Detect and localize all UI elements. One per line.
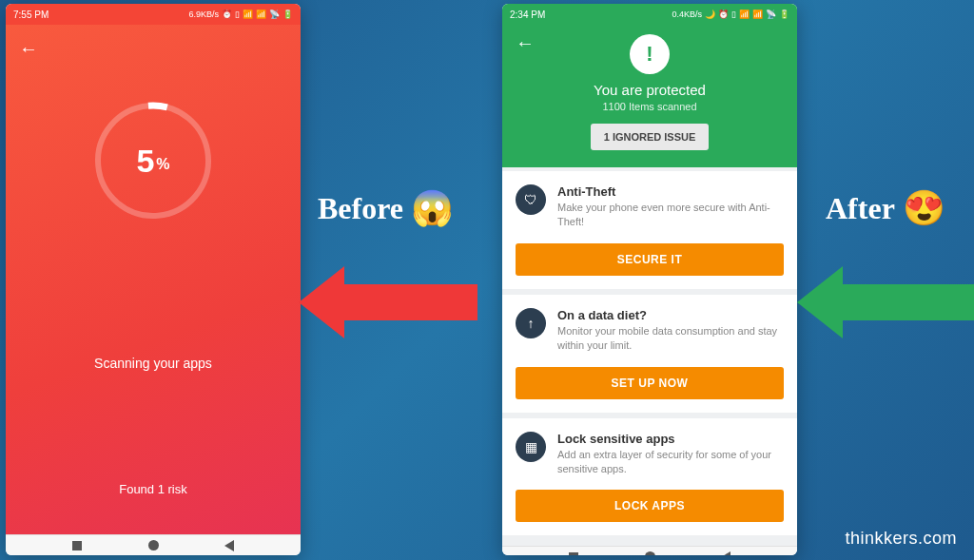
secure-it-button[interactable]: SECURE IT (516, 243, 784, 276)
netspeed: 0.4KB/s (672, 10, 702, 19)
watermark: thinkkers.com (845, 529, 957, 549)
home-button[interactable] (148, 540, 159, 550)
signal-icon: 📶 (739, 10, 750, 19)
battery-icon: 🔋 (779, 10, 789, 19)
anti-theft-card: 🛡 Anti-Theft Make your phone even more s… (502, 171, 797, 289)
android-nav-bar (502, 546, 797, 555)
android-nav-bar (6, 534, 301, 555)
status-icons: 6.9KB/s ⏰ ▯ 📶 📶 📡 🔋 (188, 10, 293, 19)
phone-after-screenshot: 2:34 PM 0.4KB/s 🌙 ⏰ ▯ 📶 📶 📡 🔋 ← ! You ar… (502, 4, 797, 555)
risk-found-label: Found 1 risk (6, 482, 301, 496)
wifi-icon: 📡 (269, 10, 280, 19)
before-label: Before 😱 (318, 188, 454, 228)
status-bar: 7:55 PM 6.9KB/s ⏰ ▯ 📶 📶 📡 🔋 (6, 4, 301, 25)
status-icons: 0.4KB/s 🌙 ⏰ ▯ 📶 📶 📡 🔋 (672, 10, 789, 19)
lock-apps-button[interactable]: LOCK APPS (516, 490, 784, 522)
netspeed: 6.9KB/s (188, 10, 219, 19)
back-button[interactable]: ← (516, 32, 535, 54)
back-nav-button[interactable] (224, 540, 234, 551)
card-title: On a data diet? (557, 308, 784, 322)
back-button[interactable]: ← (19, 38, 38, 60)
home-button[interactable] (645, 551, 655, 555)
after-label: After 😍 (826, 188, 945, 228)
signal-icon: 📶 (243, 10, 253, 19)
feature-list: 🛡 Anti-Theft Make your phone even more s… (502, 167, 797, 546)
dnd-icon: 🌙 (705, 10, 715, 19)
recent-apps-button[interactable] (72, 541, 82, 550)
wifi-icon: 📡 (766, 10, 776, 19)
card-title: Lock sensitive apps (557, 432, 784, 446)
items-scanned-label: 1100 Items scanned (502, 101, 797, 112)
alarm-icon: ⏰ (222, 10, 232, 19)
shield-status-icon: ! (630, 34, 670, 74)
before-arrow-icon (299, 266, 477, 338)
app-lock-icon: ▦ (516, 432, 546, 462)
scanning-label: Scanning your apps (6, 356, 301, 371)
set-up-now-button[interactable]: SET UP NOW (516, 367, 784, 399)
battery-icon: 🔋 (282, 10, 293, 19)
back-nav-button[interactable] (721, 551, 730, 556)
after-arrow-icon (797, 266, 974, 338)
ignored-issue-button[interactable]: 1 IGNORED ISSUE (591, 124, 710, 150)
sim-icon: ▯ (235, 10, 240, 19)
signal-icon: 📶 (256, 10, 266, 19)
status-time: 2:34 PM (510, 10, 545, 20)
scanning-screen: ← 5% Scanning your apps Found 1 risk (6, 25, 301, 534)
signal-icon: 📶 (752, 10, 763, 19)
data-usage-icon: ↑ (516, 308, 546, 338)
anti-theft-icon: 🛡 (516, 184, 546, 215)
alarm-icon: ⏰ (718, 10, 729, 19)
scream-emoji-icon: 😱 (411, 188, 454, 228)
status-time: 7:55 PM (13, 10, 49, 20)
phone-before-screenshot: 7:55 PM 6.9KB/s ⏰ ▯ 📶 📶 📡 🔋 ← 5% Scannin… (6, 4, 301, 555)
protected-header: ← ! You are protected 1100 Items scanned… (502, 25, 797, 167)
progress-value: 5% (91, 99, 215, 222)
sim-icon: ▯ (731, 10, 736, 19)
data-diet-card: ↑ On a data diet? Monitor your mobile da… (502, 295, 797, 413)
card-title: Anti-Theft (557, 184, 784, 199)
progress-ring: 5% (91, 99, 215, 222)
protected-title: You are protected (502, 82, 797, 98)
card-desc: Make your phone even more secure with An… (557, 201, 784, 230)
status-bar: 2:34 PM 0.4KB/s 🌙 ⏰ ▯ 📶 📶 📡 🔋 (502, 4, 797, 25)
card-desc: Add an extra layer of security for some … (557, 448, 784, 477)
card-desc: Monitor your mobile data consumption and… (557, 324, 784, 354)
app-lock-card: ▦ Lock sensitive apps Add an extra layer… (502, 418, 797, 536)
recent-apps-button[interactable] (569, 552, 578, 556)
heart-eyes-emoji-icon: 😍 (903, 188, 945, 228)
